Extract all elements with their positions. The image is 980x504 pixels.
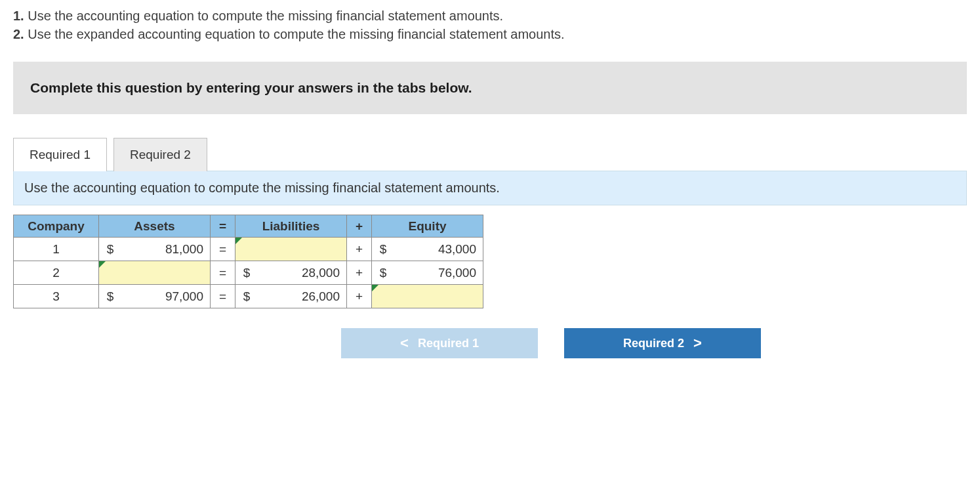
chevron-right-icon: > (693, 335, 702, 352)
assets-value: 97,000 (121, 289, 210, 304)
prompt-1-number: 1. (13, 9, 24, 23)
assets-input[interactable] (99, 261, 211, 285)
header-liabilities: Liabilities (235, 215, 347, 238)
cell-equity: $ 43,000 (372, 238, 483, 261)
tab-required-2[interactable]: Required 2 (113, 138, 207, 171)
currency-symbol: $ (235, 289, 258, 304)
table-row: 1 $ 81,000 = + $ 43,000 (14, 238, 483, 261)
cell-liabilities: $ 28,000 (235, 261, 347, 285)
header-plus: + (347, 215, 372, 238)
accounting-table: Company Assets = Liabilities + Equity 1 … (13, 215, 483, 308)
cell-equity: $ 76,000 (372, 261, 483, 285)
currency-symbol: $ (99, 289, 121, 304)
header-equals: = (211, 215, 235, 238)
equity-value: 43,000 (394, 242, 483, 257)
header-equity: Equity (372, 215, 483, 238)
liabilities-input[interactable] (235, 238, 347, 261)
cell-plus: + (347, 285, 372, 308)
prompt-2: 2. Use the expanded accounting equation … (13, 25, 967, 43)
next-label: Required 2 (623, 337, 684, 350)
chevron-left-icon: < (400, 335, 409, 352)
header-assets: Assets (99, 215, 211, 238)
instruction-banner: Complete this question by entering your … (13, 62, 967, 114)
tabs-row: Required 1 Required 2 (13, 138, 967, 171)
table-header-row: Company Assets = Liabilities + Equity (14, 215, 483, 238)
cell-assets: $ 97,000 (99, 285, 211, 308)
assets-value: 81,000 (121, 242, 210, 257)
table-row: 3 $ 97,000 = $ 26,000 + (14, 285, 483, 308)
cell-liabilities: $ 26,000 (235, 285, 347, 308)
cell-plus: + (347, 261, 372, 285)
liabilities-value: 26,000 (258, 289, 346, 304)
header-company: Company (14, 215, 99, 238)
prompt-2-number: 2. (13, 27, 24, 41)
liabilities-value: 28,000 (258, 266, 346, 280)
tab-instruction: Use the accounting equation to compute t… (13, 171, 967, 205)
prev-label: Required 1 (418, 337, 479, 350)
prompt-2-text: Use the expanded accounting equation to … (24, 27, 565, 41)
cell-assets: $ 81,000 (99, 238, 211, 261)
table-row: 2 = $ 28,000 + $ 76,000 (14, 261, 483, 285)
cell-equals: = (211, 238, 235, 261)
cell-equals: = (211, 285, 235, 308)
cell-company: 3 (14, 285, 99, 308)
cell-equals: = (211, 261, 235, 285)
currency-symbol: $ (99, 242, 121, 257)
currency-symbol: $ (235, 266, 258, 280)
cell-company: 2 (14, 261, 99, 285)
tab-required-1[interactable]: Required 1 (13, 138, 107, 171)
cell-company: 1 (14, 238, 99, 261)
prev-button[interactable]: < Required 1 (341, 328, 538, 358)
prompt-1-text: Use the accounting equation to compute t… (24, 9, 503, 23)
equity-input[interactable] (372, 285, 483, 308)
question-prompts: 1. Use the accounting equation to comput… (13, 7, 967, 43)
cell-plus: + (347, 238, 372, 261)
currency-symbol: $ (372, 242, 394, 257)
nav-row: < Required 1 Required 2 > (341, 328, 967, 358)
next-button[interactable]: Required 2 > (564, 328, 761, 358)
equity-value: 76,000 (394, 266, 483, 280)
currency-symbol: $ (372, 266, 394, 280)
prompt-1: 1. Use the accounting equation to comput… (13, 7, 967, 25)
